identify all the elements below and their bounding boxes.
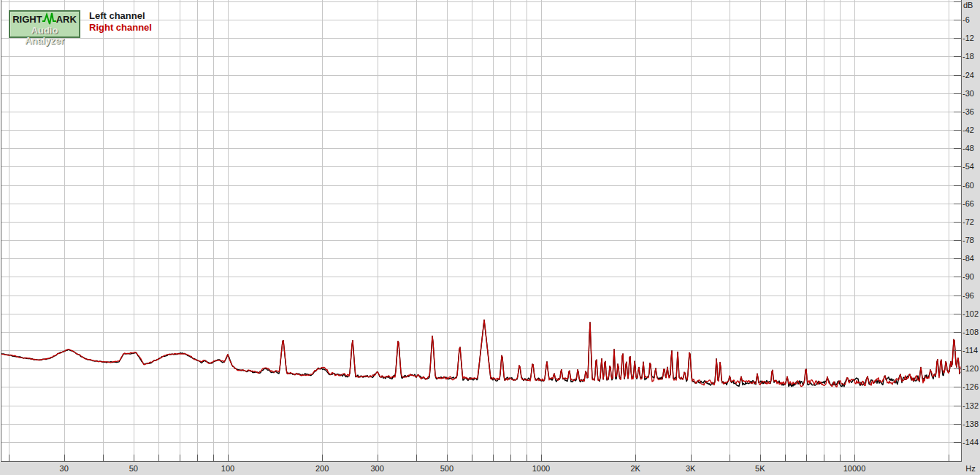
y-tick-label: -72: [962, 217, 974, 226]
x-tick-label: 50: [129, 464, 138, 473]
y-tick-label: -102: [962, 309, 979, 318]
y-tick-label: -126: [962, 382, 979, 391]
x-axis-band: [0, 462, 980, 475]
rightmark-logo: RIGHT ARK Audio Analyzer: [9, 10, 80, 38]
y-tick-label: -54: [962, 162, 974, 171]
x-tick-label: 200: [315, 464, 329, 473]
y-tick-label: -24: [962, 71, 974, 80]
y-tick-label: -132: [962, 401, 979, 410]
y-tick-label: -120: [962, 364, 979, 373]
x-tick-label: 300: [371, 464, 384, 473]
x-tick-label: 5K: [755, 464, 765, 473]
legend: Left channel Right channel: [89, 10, 152, 34]
y-tick-label: -18: [962, 52, 974, 61]
y-tick-label: -96: [962, 291, 974, 300]
x-tick-label: 3K: [686, 464, 696, 473]
y-tick-label: -66: [962, 199, 974, 208]
logo-subtitle: Audio Analyzer: [10, 26, 79, 46]
x-tick-label: 2K: [630, 464, 640, 473]
y-tick-label: -6: [962, 15, 970, 24]
plot-background: [0, 0, 980, 475]
y-tick-label: -12: [962, 34, 974, 42]
y-tick-label: -84: [962, 254, 974, 263]
y-tick-label: -114: [962, 346, 978, 355]
pulse-waveform-icon: [42, 12, 56, 26]
spectrum-chart: 305010020030050010002K3K5K10000HzdB-6-12…: [0, 0, 980, 475]
x-tick-label: 100: [221, 464, 234, 473]
y-tick-label: -78: [962, 236, 974, 244]
y-tick-label: -48: [962, 144, 974, 152]
logo-title-row: RIGHT ARK: [10, 12, 79, 26]
x-axis-unit-label: Hz: [965, 464, 975, 473]
y-tick-label: -90: [962, 272, 974, 281]
x-tick-label: 10000: [843, 464, 866, 473]
y-tick-label: -42: [962, 125, 974, 134]
y-tick-label: -138: [962, 420, 979, 428]
chart-canvas: 305010020030050010002K3K5K10000HzdB-6-12…: [0, 0, 980, 475]
y-tick-label: -60: [962, 181, 974, 190]
y-tick-label: -36: [962, 107, 974, 116]
y-tick-label: -144: [962, 438, 979, 447]
y-tick-label: -30: [962, 89, 974, 98]
legend-left-channel: Left channel: [89, 10, 152, 22]
x-tick-label: 30: [60, 464, 69, 473]
x-tick-label: 1000: [532, 464, 550, 473]
legend-right-channel: Right channel: [89, 22, 152, 34]
y-axis-unit-label: dB: [963, 1, 973, 9]
x-tick-label: 500: [440, 464, 453, 473]
logo-text-ark: ARK: [56, 15, 77, 24]
y-tick-label: -108: [962, 328, 979, 336]
logo-text-right: RIGHT: [12, 15, 42, 24]
